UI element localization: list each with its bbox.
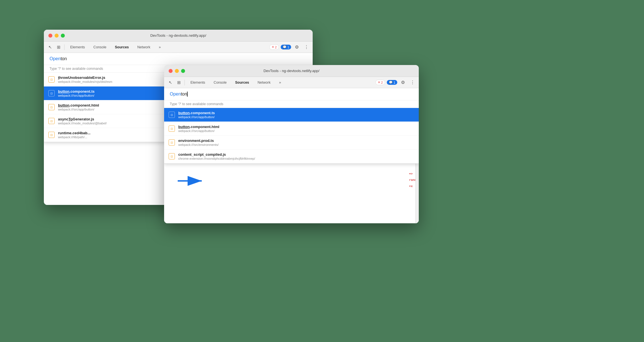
tab-network-front[interactable]: Network [254, 79, 274, 86]
tab-more-back[interactable]: » [155, 44, 165, 51]
window-title-back: DevTools - ng-devtools.netlify.app/ [150, 33, 206, 38]
traffic-lights-back [48, 34, 65, 38]
cmd-filename-front-3: environment.prod.ts [178, 138, 218, 143]
traffic-lights-front [169, 69, 185, 73]
toolbar-sep-1 [64, 44, 65, 50]
maximize-button-front[interactable] [181, 69, 185, 73]
minimize-button-back[interactable] [55, 34, 59, 38]
cmd-filename-back-1: throwUnobservableError.js [58, 75, 112, 80]
cmd-filename-front-4: content_script_compiled.js [178, 152, 255, 157]
gear-button-front[interactable]: ⚙ [399, 79, 407, 86]
cmd-path-front-1: webpack:///src/app/button/ [178, 115, 215, 119]
file-icon-front-3: ⊡ [169, 139, 175, 146]
gear-button-back[interactable]: ⚙ [293, 43, 301, 51]
cmd-path-front-4: chrome-extension://noondiphcddnnabmjcihc… [178, 157, 255, 160]
error-icon-front: ✕ [378, 81, 380, 84]
toolbar-right-back: ✕ 2 💬 1 ⚙ ⋮ [269, 43, 310, 51]
file-icon-back-4: ⊡ [48, 118, 55, 124]
close-button-back[interactable] [48, 34, 52, 38]
chat-icon-back: 💬 [283, 45, 287, 49]
file-icon-front-1: ⊡ [169, 112, 175, 118]
close-button-front[interactable] [169, 69, 173, 73]
file-icon-back-1: ⊡ [48, 76, 55, 83]
cmd-path-front-3: webpack:///src/environments/ [178, 143, 218, 146]
arrow-svg [175, 171, 209, 191]
cmd-input-row-back: Open ton [44, 53, 313, 65]
tab-console-front[interactable]: Console [210, 79, 231, 86]
error-badge-front[interactable]: ✕ 2 [375, 80, 385, 85]
file-icon-front-4: ⊡ [169, 153, 175, 159]
cmd-result-info-front-2: button.component.html webpack:///src/app… [178, 125, 219, 133]
cmd-hint-front: Type '?' to see available commands [164, 100, 419, 108]
cmd-filename-back-5: runtime.ced4bab... [58, 131, 91, 135]
cmd-open-label-front: Open [170, 92, 181, 97]
tab-more-front[interactable]: » [275, 79, 285, 86]
error-count-front: 2 [381, 81, 383, 84]
cmd-result-front-1[interactable]: ⊡ button.component.ts webpack:///src/app… [164, 108, 419, 122]
devtools-toolbar-back: ↖ ⊞ Elements Console Sources Network » ✕… [44, 42, 313, 53]
cmd-path-back-4: webpack:///node_modules/@babel/ [58, 122, 107, 125]
cmd-result-front-2[interactable]: ⊡ button.component.html webpack:///src/a… [164, 122, 419, 136]
cursor-icon-front[interactable]: ↖ [166, 79, 174, 86]
titlebar-front: DevTools - ng-devtools.netlify.app/ [164, 65, 419, 77]
cmd-result-info-front-4: content_script_compiled.js chrome-extens… [178, 152, 255, 160]
cmd-input-text-back: ton [61, 56, 67, 61]
cmd-input-text-front: ton [181, 92, 187, 97]
cmd-path-back-2: webpack:///src/app/button/ [58, 94, 95, 97]
maximize-button-back[interactable] [61, 34, 65, 38]
cmd-open-label-back: Open [50, 56, 61, 61]
cmd-result-info-back-4: asyncToGenerator.js webpack:///node_modu… [58, 117, 107, 125]
cmd-filename-back-2: button.component.ts [58, 89, 95, 94]
toolbar-right-front: ✕ 2 💬 1 ⚙ ⋮ [375, 79, 417, 86]
command-palette-front: Open ton Type '?' to see available comma… [164, 88, 419, 164]
window-title-front: DevTools - ng-devtools.netlify.app/ [263, 69, 319, 73]
devtools-window-front: DevTools - ng-devtools.netlify.app/ ↖ ⊞ … [164, 65, 419, 223]
toolbar-sep-front-1 [184, 80, 185, 85]
tab-sources-front[interactable]: Sources [231, 79, 253, 86]
cmd-filename-back-3: button.component.html [58, 103, 99, 107]
arrow-connector [175, 171, 209, 192]
layers-icon[interactable]: ⊞ [55, 43, 63, 51]
error-count-back: 2 [275, 46, 277, 49]
cmd-path-back-5: webpack:///lib/path/... [58, 135, 91, 139]
cmd-result-front-4[interactable]: ⊡ content_script_compiled.js chrome-exte… [164, 150, 419, 163]
file-icon-back-2: ⊡ [48, 90, 55, 96]
titlebar-back: DevTools - ng-devtools.netlify.app/ [44, 30, 313, 42]
more-button-front[interactable]: ⋮ [409, 79, 417, 86]
main-content-front: Pa ▼ </ Open ton Type '?' to see availab… [164, 88, 419, 223]
more-button-back[interactable]: ⋮ [302, 43, 310, 51]
tab-network-back[interactable]: Network [133, 44, 154, 51]
cmd-path-front-2: webpack:///src/app/button/ [178, 129, 219, 133]
devtools-body-front: Pa ▼ </ Open ton Type '?' to see availab… [164, 88, 419, 223]
minimize-button-front[interactable] [175, 69, 179, 73]
message-badge-back[interactable]: 💬 1 [281, 45, 291, 49]
cmd-filename-front-1: button.component.ts [178, 111, 215, 115]
devtools-toolbar-front: ↖ ⊞ Elements Console Sources Network » ✕… [164, 77, 419, 88]
message-count-front: 1 [394, 81, 395, 84]
error-badge-back[interactable]: ✕ 2 [269, 44, 279, 50]
tab-console-back[interactable]: Console [89, 44, 110, 51]
cmd-path-back-3: webpack:///src/app/button/ [58, 108, 99, 111]
cmd-result-front-3[interactable]: ⊡ environment.prod.ts webpack:///src/env… [164, 136, 419, 150]
file-icon-front-2: ⊡ [169, 125, 175, 132]
cmd-result-info-back-5: runtime.ced4bab... webpack:///lib/path/.… [58, 131, 91, 139]
file-icon-back-5: ⊡ [48, 132, 55, 138]
error-icon-back: ✕ [272, 45, 274, 49]
cmd-input-row-front: Open ton [164, 88, 419, 100]
message-badge-front[interactable]: 💬 1 [387, 80, 397, 85]
chat-icon-front: 💬 [389, 81, 393, 84]
cmd-path-back-1: webpack:///node_modules/rxjs/dist/esm [58, 80, 112, 83]
cursor-icon[interactable]: ↖ [46, 43, 54, 51]
message-count-back: 1 [287, 46, 289, 49]
tab-elements-front[interactable]: Elements [186, 79, 209, 86]
cmd-result-info-back-3: button.component.html webpack:///src/app… [58, 103, 99, 111]
layers-icon-front[interactable]: ⊞ [175, 79, 183, 86]
cmd-result-info-front-3: environment.prod.ts webpack:///src/envir… [178, 138, 218, 146]
cmd-filename-front-2: button.component.html [178, 125, 219, 129]
cmd-filename-back-4: asyncToGenerator.js [58, 117, 107, 121]
cmd-cursor-front [187, 92, 188, 97]
cmd-result-info-front-1: button.component.ts webpack:///src/app/b… [178, 111, 215, 119]
tab-elements-back[interactable]: Elements [66, 44, 89, 51]
tab-sources-back[interactable]: Sources [111, 44, 133, 51]
cmd-result-info-back-1: throwUnobservableError.js webpack:///nod… [58, 75, 112, 83]
